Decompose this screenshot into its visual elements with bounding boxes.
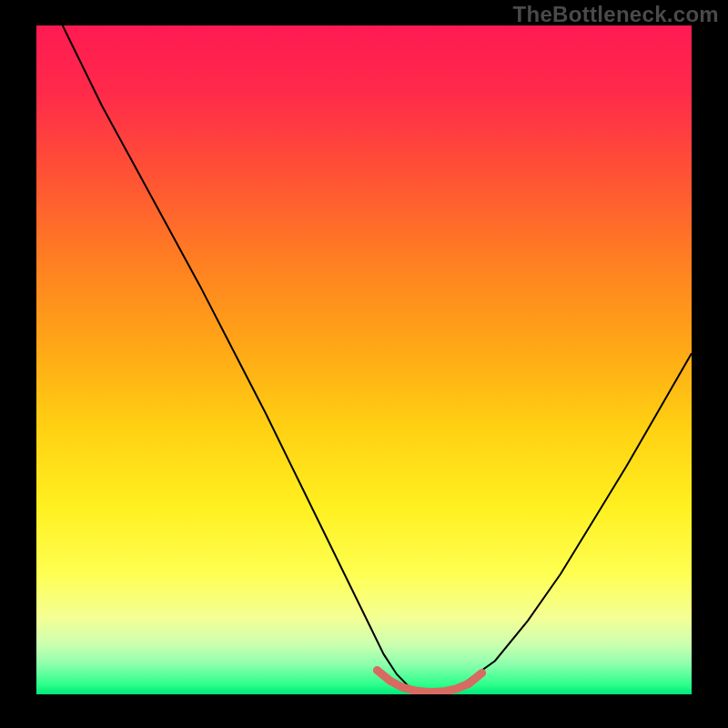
chart-frame: TheBottleneck.com [0, 0, 728, 728]
optimal-band [377, 671, 481, 693]
plot-area [36, 25, 692, 694]
chart-curves [36, 25, 692, 694]
bottleneck-curve [63, 25, 692, 693]
watermark-text: TheBottleneck.com [513, 2, 719, 27]
